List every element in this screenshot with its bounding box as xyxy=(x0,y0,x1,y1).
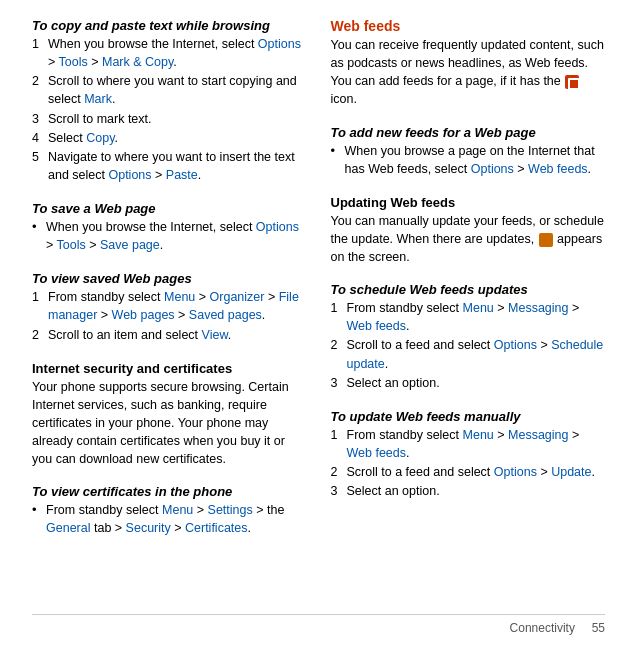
section-update-manual: To update Web feeds manually 1 From stan… xyxy=(331,409,606,502)
web-feeds-body: You can receive frequently updated conte… xyxy=(331,38,604,106)
saved-num-1: 1 xyxy=(32,288,44,324)
page-container: To copy and paste text while browsing 1 … xyxy=(0,0,637,653)
bullet-add-text: When you browse a page on the Internet t… xyxy=(345,142,606,178)
bullet-icon: • xyxy=(32,218,42,254)
content-columns: To copy and paste text while browsing 1 … xyxy=(32,18,605,614)
updating-feeds-body: You can manually update your feeds, or s… xyxy=(331,214,604,264)
link-tools-1: Tools xyxy=(59,55,88,69)
left-column: To copy and paste text while browsing 1 … xyxy=(32,18,307,614)
sched-step-3-text: Select an option. xyxy=(347,374,440,392)
link-options-manual: Options xyxy=(494,465,537,479)
step-2: 2 Scroll to where you want to start copy… xyxy=(32,72,307,108)
link-messaging-1: Messaging xyxy=(508,301,568,315)
link-copy: Copy xyxy=(86,131,114,145)
calendar-icon xyxy=(539,233,553,247)
schedule-step-2: 2 Scroll to a feed and select Options > … xyxy=(331,336,606,372)
num-3: 3 xyxy=(32,110,44,128)
list-save-page: • When you browse the Internet, select O… xyxy=(32,218,307,254)
list-manual: 1 From standby select Menu > Messaging >… xyxy=(331,426,606,501)
manual-step-1: 1 From standby select Menu > Messaging >… xyxy=(331,426,606,462)
title-copy-paste: To copy and paste text while browsing xyxy=(32,18,307,33)
link-options-2: Options xyxy=(108,168,151,182)
link-menu-manual-1: Menu xyxy=(463,428,494,442)
bullet-cert: • From standby select Menu > Settings > … xyxy=(32,501,307,537)
link-options-3: Options xyxy=(256,220,299,234)
num-1: 1 xyxy=(32,35,44,71)
link-options-1: Options xyxy=(258,37,301,51)
manual-step-3-text: Select an option. xyxy=(347,482,440,500)
link-saved-pages: Saved pages xyxy=(189,308,262,322)
step-4: 4 Select Copy. xyxy=(32,129,307,147)
manual-step-3: 3 Select an option. xyxy=(331,482,606,500)
manual-num-2: 2 xyxy=(331,463,343,481)
step-5-text: Navigate to where you want to insert the… xyxy=(48,148,307,184)
num-4: 4 xyxy=(32,129,44,147)
section-save-page: To save a Web page • When you browse the… xyxy=(32,201,307,255)
sched-num-3: 3 xyxy=(331,374,343,392)
title-web-feeds: Web feeds xyxy=(331,18,606,34)
step-2-text: Scroll to where you want to start copyin… xyxy=(48,72,307,108)
step-4-text: Select Copy. xyxy=(48,129,118,147)
num-5: 5 xyxy=(32,148,44,184)
saved-step-2-text: Scroll to an item and select View. xyxy=(48,326,231,344)
link-tools-2: Tools xyxy=(57,238,86,252)
section-security: Internet security and certificates Your … xyxy=(32,361,307,469)
link-view: View xyxy=(202,328,228,342)
step-5: 5 Navigate to where you want to insert t… xyxy=(32,148,307,184)
step-3-text: Scroll to mark text. xyxy=(48,110,152,128)
security-body: Your phone supports secure browsing. Cer… xyxy=(32,380,289,467)
section-view-saved: To view saved Web pages 1 From standby s… xyxy=(32,271,307,344)
num-2: 2 xyxy=(32,72,44,108)
link-web-feeds-sched: Web feeds xyxy=(347,319,407,333)
link-paste: Paste xyxy=(166,168,198,182)
link-web-feeds: Web feeds xyxy=(528,162,588,176)
footer-label: Connectivity 55 xyxy=(510,621,605,635)
section-web-feeds: Web feeds You can receive frequently upd… xyxy=(331,18,606,109)
link-organizer: Organizer xyxy=(210,290,265,304)
saved-num-2: 2 xyxy=(32,326,44,344)
bullet-save-text: When you browse the Internet, select Opt… xyxy=(46,218,307,254)
step-1-text: When you browse the Internet, select Opt… xyxy=(48,35,307,71)
saved-step-1-text: From standby select Menu > Organizer > F… xyxy=(48,288,307,324)
bullet-cert-icon: • xyxy=(32,501,42,537)
bullet-add-icon: • xyxy=(331,142,341,178)
link-security: Security xyxy=(126,521,171,535)
schedule-step-3: 3 Select an option. xyxy=(331,374,606,392)
title-view-saved: To view saved Web pages xyxy=(32,271,307,286)
title-schedule-updates: To schedule Web feeds updates xyxy=(331,282,606,297)
list-view-saved: 1 From standby select Menu > Organizer >… xyxy=(32,288,307,343)
manual-num-3: 3 xyxy=(331,482,343,500)
sched-num-1: 1 xyxy=(331,299,343,335)
section-updating-feeds: Updating Web feeds You can manually upda… xyxy=(331,195,606,266)
title-add-feeds: To add new feeds for a Web page xyxy=(331,125,606,140)
footer-category: Connectivity xyxy=(510,621,575,635)
link-options-sched: Options xyxy=(494,338,537,352)
link-settings: Settings xyxy=(208,503,253,517)
footer: Connectivity 55 xyxy=(32,614,605,635)
right-column: Web feeds You can receive frequently upd… xyxy=(331,18,606,614)
link-save-page: Save page xyxy=(100,238,160,252)
link-messaging-2: Messaging xyxy=(508,428,568,442)
step-1: 1 When you browse the Internet, select O… xyxy=(32,35,307,71)
bullet-cert-text: From standby select Menu > Settings > th… xyxy=(46,501,307,537)
link-options-wf: Options xyxy=(471,162,514,176)
list-copy-paste: 1 When you browse the Internet, select O… xyxy=(32,35,307,184)
link-mark: Mark xyxy=(84,92,112,106)
bullet-add-feed: • When you browse a page on the Internet… xyxy=(331,142,606,178)
title-certificates: To view certificates in the phone xyxy=(32,484,307,499)
schedule-step-1: 1 From standby select Menu > Messaging >… xyxy=(331,299,606,335)
manual-step-2-text: Scroll to a feed and select Options > Up… xyxy=(347,463,595,481)
saved-step-1: 1 From standby select Menu > Organizer >… xyxy=(32,288,307,324)
section-schedule-updates: To schedule Web feeds updates 1 From sta… xyxy=(331,282,606,393)
link-update: Update xyxy=(551,465,591,479)
link-mark-copy: Mark & Copy xyxy=(102,55,173,69)
manual-num-1: 1 xyxy=(331,426,343,462)
sched-step-1-text: From standby select Menu > Messaging > W… xyxy=(347,299,606,335)
link-general-tab: General xyxy=(46,521,90,535)
section-certificates: To view certificates in the phone • From… xyxy=(32,484,307,538)
title-save-page: To save a Web page xyxy=(32,201,307,216)
link-web-feeds-manual: Web feeds xyxy=(347,446,407,460)
list-schedule: 1 From standby select Menu > Messaging >… xyxy=(331,299,606,392)
manual-step-1-text: From standby select Menu > Messaging > W… xyxy=(347,426,606,462)
rss-icon xyxy=(565,75,579,89)
